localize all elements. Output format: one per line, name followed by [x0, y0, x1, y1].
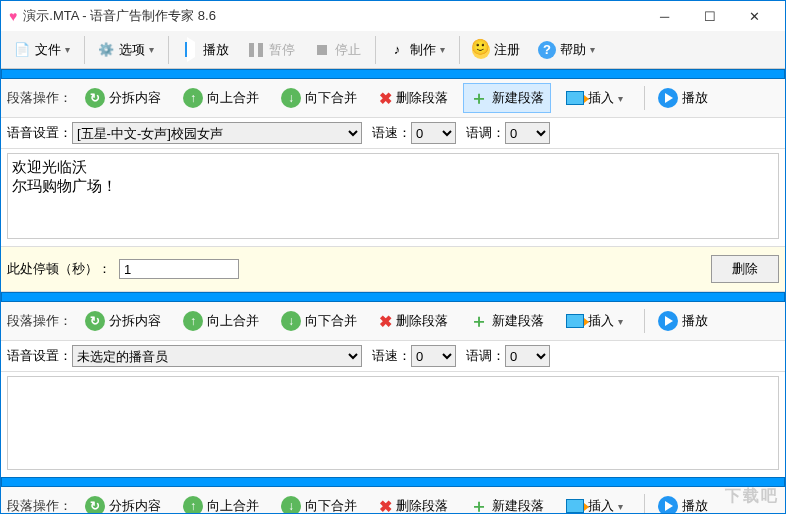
make-button[interactable]: ♪ 制作 ▾ [380, 37, 453, 63]
insert-button[interactable]: 插入▾ [559, 494, 630, 513]
minimize-button[interactable]: ─ [642, 1, 687, 31]
insert-icon [566, 91, 584, 105]
play-icon [181, 41, 199, 59]
options-button[interactable]: ⚙️ 选项 ▾ [89, 37, 162, 63]
speed-label: 语速： [372, 124, 411, 142]
merge-down-button[interactable]: ↓向下合并 [274, 85, 364, 111]
text-zone [1, 372, 785, 477]
new-segment-button[interactable]: ＋新建段落 [463, 83, 551, 113]
split-button[interactable]: ↻分拆内容 [78, 493, 168, 513]
segment-toolbar: 段落操作： ↻分拆内容 ↑向上合并 ↓向下合并 ✖删除段落 ＋新建段落 插入▾ … [1, 79, 785, 118]
chevron-down-icon: ▾ [149, 44, 154, 55]
pause-row: 此处停顿（秒）： 删除 [1, 246, 785, 292]
speed-select[interactable]: 0 [411, 345, 456, 367]
maximize-button[interactable]: ☐ [687, 1, 732, 31]
speed-select[interactable]: 0 [411, 122, 456, 144]
new-segment-button[interactable]: ＋新建段落 [463, 491, 551, 513]
split-button[interactable]: ↻分拆内容 [78, 85, 168, 111]
segment-play-button[interactable]: 播放 [651, 308, 715, 334]
chevron-down-icon: ▾ [590, 44, 595, 55]
stop-icon [313, 41, 331, 59]
gear-icon: ⚙️ [97, 41, 115, 59]
main-toolbar: 📄 文件 ▾ ⚙️ 选项 ▾ 播放 暂停 停止 ♪ 制作 ▾ 注册 ? 帮助 ▾ [1, 31, 785, 69]
pause-delete-button[interactable]: 删除 [711, 255, 779, 283]
music-note-icon: ♪ [388, 41, 406, 59]
delete-segment-button[interactable]: ✖删除段落 [372, 309, 455, 334]
segment-text[interactable] [7, 153, 779, 239]
chevron-down-icon: ▾ [440, 44, 445, 55]
voice-settings-row: 语音设置： 未选定的播音员 语速： 0 语调： 0 [1, 341, 785, 372]
insert-button[interactable]: 插入▾ [559, 309, 630, 333]
stop-button[interactable]: 停止 [305, 37, 369, 63]
voice-settings-row: 语音设置： [五星-中文-女声]校园女声 语速： 0 语调： 0 [1, 118, 785, 149]
merge-down-button[interactable]: ↓向下合并 [274, 493, 364, 513]
pitch-select[interactable]: 0 [505, 122, 550, 144]
voice-select[interactable]: 未选定的播音员 [72, 345, 362, 367]
chevron-down-icon: ▾ [65, 44, 70, 55]
voice-label: 语音设置： [7, 124, 72, 142]
merge-down-button[interactable]: ↓向下合并 [274, 308, 364, 334]
insert-button[interactable]: 插入▾ [559, 86, 630, 110]
help-button[interactable]: ? 帮助 ▾ [530, 37, 603, 63]
segment-ops-label: 段落操作： [7, 89, 72, 107]
new-segment-button[interactable]: ＋新建段落 [463, 306, 551, 336]
close-button[interactable]: ✕ [732, 1, 777, 31]
segment-play-button[interactable]: 播放 [651, 493, 715, 513]
content-area: 段落操作： ↻分拆内容 ↑向上合并 ↓向下合并 ✖删除段落 ＋新建段落 插入▾ … [1, 69, 785, 513]
help-icon: ? [538, 41, 556, 59]
play-button[interactable]: 播放 [173, 37, 237, 63]
window-title: 演示.MTA - 语音广告制作专家 8.6 [23, 7, 642, 25]
merge-up-button[interactable]: ↑向上合并 [176, 493, 266, 513]
smiley-icon [472, 41, 490, 59]
segment-play-button[interactable]: 播放 [651, 85, 715, 111]
merge-up-button[interactable]: ↑向上合并 [176, 308, 266, 334]
app-icon: ♥ [9, 8, 17, 24]
pause-input[interactable] [119, 259, 239, 279]
segment-divider [1, 69, 785, 79]
text-zone [1, 149, 785, 246]
pause-label: 此处停顿（秒）： [7, 260, 111, 278]
titlebar: ♥ 演示.MTA - 语音广告制作专家 8.6 ─ ☐ ✕ [1, 1, 785, 31]
pause-button[interactable]: 暂停 [239, 37, 303, 63]
file-icon: 📄 [13, 41, 31, 59]
insert-icon [566, 314, 584, 328]
window-buttons: ─ ☐ ✕ [642, 1, 777, 31]
delete-segment-button[interactable]: ✖删除段落 [372, 86, 455, 111]
voice-select[interactable]: [五星-中文-女声]校园女声 [72, 122, 362, 144]
pitch-select[interactable]: 0 [505, 345, 550, 367]
register-button[interactable]: 注册 [464, 37, 528, 63]
segment-divider [1, 477, 785, 487]
delete-segment-button[interactable]: ✖删除段落 [372, 494, 455, 514]
pitch-label: 语调： [466, 124, 505, 142]
file-button[interactable]: 📄 文件 ▾ [5, 37, 78, 63]
segment-text[interactable] [7, 376, 779, 470]
segment-toolbar: 段落操作： ↻分拆内容 ↑向上合并 ↓向下合并 ✖删除段落 ＋新建段落 插入▾ … [1, 487, 785, 513]
pause-icon [247, 41, 265, 59]
merge-up-button[interactable]: ↑向上合并 [176, 85, 266, 111]
segment-divider [1, 292, 785, 302]
split-button[interactable]: ↻分拆内容 [78, 308, 168, 334]
insert-icon [566, 499, 584, 513]
segment-toolbar: 段落操作： ↻分拆内容 ↑向上合并 ↓向下合并 ✖删除段落 ＋新建段落 插入▾ … [1, 302, 785, 341]
